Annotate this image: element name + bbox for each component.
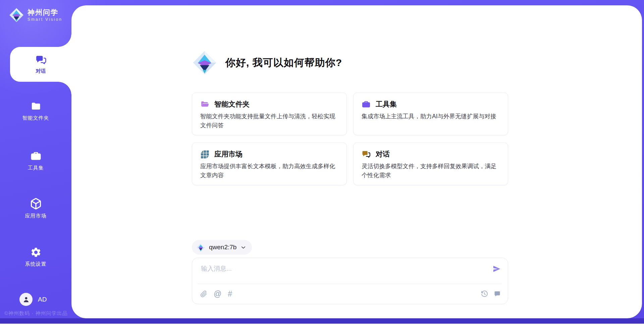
user-profile[interactable]: AD — [19, 293, 47, 306]
app-window: 神州问学 Smart Vision 对话 智能文件夹 工具集 应用市场 系统设置 — [0, 0, 644, 325]
card-app-market[interactable]: 应用市场 应用市场提供丰富长文本模板，助力高效生成多样化文章内容 — [192, 142, 347, 185]
model-diamond-icon — [196, 243, 205, 252]
tab-top-fillet — [58, 34, 71, 47]
sidebar-item-smart-folder[interactable]: 智能文件夹 — [0, 101, 71, 121]
hash-icon: # — [228, 290, 232, 298]
sidebar: 神州问学 Smart Vision 对话 智能文件夹 工具集 应用市场 系统设置 — [0, 0, 71, 318]
brand-name: 神州问学 — [28, 8, 62, 16]
copyright-text: ©神州数码 · 神州问学出品 — [4, 310, 67, 317]
avatar — [19, 293, 33, 306]
user-icon — [22, 296, 30, 304]
sidebar-item-app-market[interactable]: 应用市场 — [0, 198, 71, 219]
chat-icon — [35, 54, 47, 66]
card-chat[interactable]: 对话 灵活切换多模型文件，支持多样回复效果调试，满足个性化需求 — [353, 142, 508, 185]
assistant-diamond-icon — [192, 50, 217, 75]
greeting: 你好, 我可以如何帮助你? — [192, 50, 342, 75]
sidebar-item-label: 系统设置 — [25, 261, 47, 267]
card-smart-folder[interactable]: 智能文件夹 智能文件夹功能支持批量文件上传与清洗，轻松实现文件问答 — [192, 92, 347, 135]
mention-button[interactable]: @ — [214, 290, 221, 298]
brand: 神州问学 Smart Vision — [9, 7, 62, 23]
message-input[interactable] — [200, 264, 491, 280]
tab-bottom-fillet — [58, 82, 71, 95]
user-name: AD — [38, 296, 47, 303]
card-description: 灵活切换多模型文件，支持多样回复效果调试，满足个性化需求 — [362, 162, 500, 180]
bottom-edge — [0, 324, 644, 325]
hash-button[interactable]: # — [228, 290, 232, 298]
paperclip-icon — [200, 290, 207, 298]
message-composer: @ # — [192, 258, 508, 304]
bottom-strip — [0, 318, 644, 324]
conversation-button[interactable] — [493, 290, 501, 298]
sidebar-item-label: 应用市场 — [25, 213, 47, 219]
brand-diamond-icon — [9, 7, 24, 23]
sidebar-item-label: 工具集 — [28, 165, 44, 171]
history-icon — [481, 290, 488, 298]
mention-icon: @ — [214, 290, 221, 298]
feature-cards: 智能文件夹 智能文件夹功能支持批量文件上传与清洗，轻松实现文件问答 工具集 集成… — [192, 92, 508, 185]
sidebar-item-chat[interactable]: 对话 — [10, 47, 71, 82]
brand-subtitle: Smart Vision — [28, 17, 62, 22]
sidebar-item-toolset[interactable]: 工具集 — [0, 150, 71, 171]
cube-icon — [30, 198, 42, 210]
history-button[interactable] — [481, 290, 488, 298]
grid-icon — [200, 150, 209, 159]
card-description: 应用市场提供丰富长文本模板，助力高效生成多样化文章内容 — [200, 162, 338, 180]
card-title: 智能文件夹 — [214, 100, 250, 109]
card-title: 应用市场 — [214, 149, 243, 159]
gear-icon — [30, 247, 42, 258]
model-name: qwen2:7b — [209, 244, 236, 251]
chevron-down-icon — [240, 244, 247, 251]
send-icon — [492, 264, 501, 273]
card-description: 集成市场上主流工具，助力AI与外界无缝扩展与对接 — [362, 112, 500, 121]
card-toolset[interactable]: 工具集 集成市场上主流工具，助力AI与外界无缝扩展与对接 — [353, 92, 508, 135]
send-button[interactable] — [491, 264, 502, 274]
card-title: 对话 — [376, 149, 390, 159]
model-selector[interactable]: qwen2:7b — [192, 240, 252, 255]
folder-icon — [30, 101, 42, 112]
toolbox-icon — [362, 100, 371, 109]
greeting-title: 你好, 我可以如何帮助你? — [225, 56, 342, 70]
toolbox-icon — [30, 150, 42, 162]
sidebar-item-label: 智能文件夹 — [22, 115, 49, 121]
sidebar-item-settings[interactable]: 系统设置 — [0, 247, 71, 267]
comment-icon — [493, 290, 501, 298]
main-content: 你好, 我可以如何帮助你? 智能文件夹 智能文件夹功能支持批量文件上传与清洗，轻… — [192, 5, 508, 318]
chat-icon — [362, 150, 371, 159]
card-description: 智能文件夹功能支持批量文件上传与清洗，轻松实现文件问答 — [200, 112, 338, 130]
folder-open-icon — [200, 100, 209, 109]
sidebar-item-label: 对话 — [36, 68, 46, 74]
attach-file-button[interactable] — [200, 290, 207, 298]
card-title: 工具集 — [376, 100, 397, 109]
